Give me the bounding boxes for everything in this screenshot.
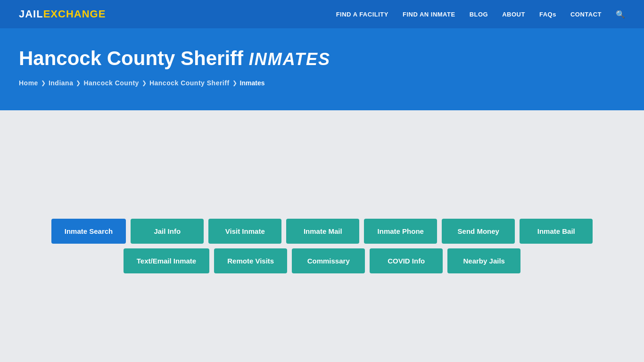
nav-blog[interactable]: BLOG (470, 11, 488, 18)
breadcrumb-sep-3: ❯ (142, 80, 147, 86)
page-title-italic: INMATES (249, 49, 330, 69)
buttons-section: Inmate Search Jail Info Visit Inmate Inm… (19, 219, 625, 273)
nav-about[interactable]: ABOUT (502, 11, 525, 18)
breadcrumb-indiana[interactable]: Indiana (49, 79, 74, 87)
logo-exchange-text: EXCHANGE (43, 8, 106, 20)
content-area: Inmate Search Jail Info Visit Inmate Inm… (0, 110, 644, 302)
breadcrumb-current: Inmates (240, 79, 265, 87)
text-email-inmate-btn[interactable]: Text/Email Inmate (124, 248, 209, 273)
buttons-row-1: Inmate Search Jail Info Visit Inmate Inm… (51, 219, 593, 244)
send-money-btn[interactable]: Send Money (442, 219, 515, 244)
hero-section: Hancock County Sheriff INMATES Home ❯ In… (0, 28, 644, 110)
page-title-main: Hancock County Sheriff (19, 47, 249, 69)
breadcrumb-home[interactable]: Home (19, 79, 38, 87)
breadcrumb-hancock-county[interactable]: Hancock County (83, 79, 139, 87)
logo-jail-text: JAIL (19, 8, 43, 20)
nav-find-facility[interactable]: FIND A FACILITY (336, 11, 388, 18)
breadcrumb: Home ❯ Indiana ❯ Hancock County ❯ Hancoc… (19, 79, 625, 87)
search-icon-button[interactable]: 🔍 (616, 10, 625, 19)
jail-info-btn[interactable]: Jail Info (131, 219, 204, 244)
site-header: JAIL EXCHANGE FIND A FACILITY FIND AN IN… (0, 0, 644, 28)
remote-visits-btn[interactable]: Remote Visits (214, 248, 287, 273)
buttons-row-2: Text/Email Inmate Remote Visits Commissa… (124, 248, 520, 273)
nav-contact[interactable]: CONTACT (570, 11, 602, 18)
covid-info-btn[interactable]: COVID Info (370, 248, 443, 273)
commissary-btn[interactable]: Commissary (292, 248, 365, 273)
breadcrumb-sep-2: ❯ (76, 80, 81, 86)
inmate-phone-btn[interactable]: Inmate Phone (364, 219, 437, 244)
main-nav: FIND A FACILITY FIND AN INMATE BLOG ABOU… (336, 10, 625, 19)
page-title: Hancock County Sheriff INMATES (19, 47, 625, 70)
site-logo[interactable]: JAIL EXCHANGE (19, 8, 106, 20)
visit-inmate-btn[interactable]: Visit Inmate (208, 219, 281, 244)
breadcrumb-sep-1: ❯ (41, 80, 46, 86)
nav-faqs[interactable]: FAQs (539, 11, 556, 18)
breadcrumb-hancock-sheriff[interactable]: Hancock County Sheriff (149, 79, 230, 87)
nearby-jails-btn[interactable]: Nearby Jails (447, 248, 520, 273)
inmate-search-btn[interactable]: Inmate Search (51, 219, 126, 244)
inmate-bail-btn[interactable]: Inmate Bail (520, 219, 593, 244)
inmate-mail-btn[interactable]: Inmate Mail (286, 219, 359, 244)
nav-find-inmate[interactable]: FIND AN INMATE (403, 11, 455, 18)
breadcrumb-sep-4: ❯ (232, 80, 237, 86)
